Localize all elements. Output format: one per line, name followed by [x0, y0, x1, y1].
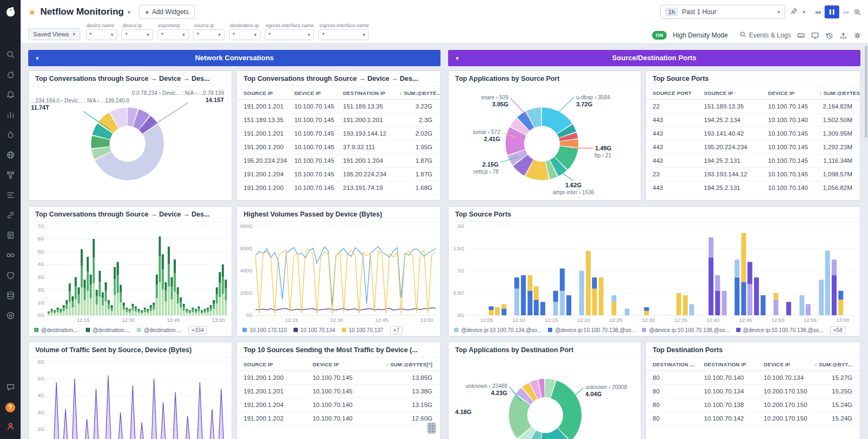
sidebar-item-databases[interactable]: [4, 290, 17, 303]
column-header[interactable]: SOURCE IP: [237, 86, 288, 100]
widget-traffic-by-source[interactable]: Volume of Traffic Sent by Source, Device…: [28, 342, 232, 439]
table-row[interactable]: 191.200.1.20110.100.70.145193.193.144.12…: [237, 127, 440, 141]
legend-item[interactable]: @device.ip:10.100.70.138,@so...: [736, 327, 824, 333]
sidebar-item-account[interactable]: [4, 421, 17, 434]
table-row[interactable]: 443194.25.2.13110.100.70.1401,056.82M: [646, 181, 860, 195]
column-header[interactable]: SOURCE IP: [698, 86, 762, 100]
table-row[interactable]: 191.200.1.20010.100.70.14537.9.32.1111.9…: [237, 141, 440, 154]
column-header[interactable]: ↓ SUM:@BYT...: [813, 358, 860, 371]
table-row[interactable]: 8010.100.70.14010.100.70.13415.27G: [646, 371, 860, 385]
legend-item[interactable]: @destination....: [86, 327, 131, 333]
section-header-network-conversations[interactable]: ▾ Network Conversations: [28, 50, 441, 66]
pause-button[interactable]: [825, 5, 839, 18]
table-row[interactable]: 191.200.1.20410.100.70.145195.20.224.234…: [237, 168, 440, 181]
zoom-in-icon[interactable]: [853, 8, 861, 16]
filter-value-dropdown[interactable]: * ▾: [122, 29, 153, 40]
destination-port-donut-chart[interactable]: unknown › 234884.23Gunknown › 200084.04G…: [449, 358, 641, 439]
widget-highest-volumes[interactable]: Highest Volumes Passed by Device (Bytes)…: [237, 206, 441, 336]
title-dropdown-caret[interactable]: ▾: [127, 9, 130, 15]
sidebar-item-ci-cd[interactable]: [4, 250, 17, 263]
table-row[interactable]: 443193.141.40.4210.100.70.1451,309.95M: [646, 127, 860, 141]
column-header[interactable]: DESTINATION ...: [646, 358, 698, 371]
sidebar-item-service-map[interactable]: [4, 209, 17, 222]
filter-value-dropdown[interactable]: * ▾: [318, 29, 369, 40]
filter-value-dropdown[interactable]: * ▾: [157, 29, 189, 40]
legend-item[interactable]: 10.100.70.134: [293, 327, 335, 333]
legend-item[interactable]: @device.ip:10.100.70.138,@so...: [548, 327, 635, 333]
table-row[interactable]: 443194.25.2.13110.100.70.1451,116.34M: [646, 154, 860, 168]
table-row[interactable]: 191.200.1.20010.100.70.145213.191.74.191…: [237, 181, 440, 195]
sidebar-item-pipelines[interactable]: [4, 189, 17, 202]
time-range-picker[interactable]: 1h Past 1 Hour ▾: [660, 5, 785, 19]
collapse-chevron-icon[interactable]: ▾: [456, 50, 459, 66]
keyboard-icon[interactable]: [797, 31, 805, 40]
history-icon[interactable]: [825, 31, 833, 40]
high-density-toggle[interactable]: ON: [652, 31, 667, 40]
legend-overflow-badge[interactable]: +334: [188, 326, 207, 334]
column-header[interactable]: DEVICE IP: [762, 86, 819, 100]
column-header[interactable]: SOURCE PORT: [646, 86, 698, 100]
table-row[interactable]: 23193.193.144.1210.100.70.1451,098.57M: [646, 168, 860, 181]
table-row[interactable]: 8010.100.70.14210.200.170.15015.24G: [646, 412, 860, 425]
table-row[interactable]: 443194.25.2.13410.100.70.1401,502.50M: [646, 113, 860, 127]
table-row[interactable]: 191.200.1.20010.100.70.14513.85G: [237, 371, 440, 385]
sidebar-item-watchdog[interactable]: [4, 69, 17, 82]
legend-item[interactable]: @device.ip:10.100.70.138,@so...: [642, 327, 729, 333]
legend-overflow-badge[interactable]: +7: [390, 326, 403, 334]
forward-button[interactable]: ▶▶: [844, 10, 849, 15]
sidebar-item-network-map[interactable]: [4, 169, 17, 182]
section-header-source-destination-ports[interactable]: ▾ Source/Destination Ports: [448, 50, 860, 66]
vertical-scrollbar[interactable]: [865, 46, 867, 138]
sidebar-item-apm[interactable]: [4, 129, 17, 142]
settings-icon[interactable]: [853, 31, 861, 40]
source-ports-stacked-bar-chart[interactable]: 0G0.5G1G1.5G2G12:0512:1012:1512:2012:251…: [449, 222, 860, 324]
column-header[interactable]: DESTINATION IP: [336, 86, 399, 100]
conversations-donut-chart[interactable]: 0.0.78.234 › Devic... : N/A › ...0.78.13…: [29, 86, 232, 200]
sidebar-item-security[interactable]: [4, 270, 17, 283]
column-header[interactable]: DEVICE IP: [757, 358, 813, 371]
sidebar-item-search[interactable]: [4, 49, 17, 62]
sidebar-item-synthetics[interactable]: [4, 149, 17, 162]
table-row[interactable]: 443195.20.224.23410.100.70.1451,292.23M: [646, 141, 860, 154]
share-icon[interactable]: [839, 31, 847, 40]
column-header[interactable]: DEVICE IP: [306, 358, 379, 371]
pin-dropdown-caret[interactable]: ▾: [803, 9, 806, 15]
sidebar-item-settings[interactable]: [4, 310, 17, 323]
dashboard-title[interactable]: Netflow Monitoring: [40, 7, 124, 17]
sidebar-item-help[interactable]: ?: [4, 401, 17, 414]
traffic-area-chart[interactable]: 0G1G2G3G4G5G6G12:1512:3012:4513:00: [29, 358, 232, 439]
filter-value-dropdown[interactable]: * ▾: [229, 29, 260, 40]
column-header[interactable]: DESTINATION IP: [698, 358, 757, 371]
widget-top-source-ports-table[interactable]: Top Source Ports SOURCE PORTSOURCE IPDEV…: [646, 71, 860, 201]
widget-apps-by-source-port[interactable]: Top Applications by Source Port snare › …: [448, 71, 641, 201]
column-header[interactable]: ↓ SUM:@BYTE...: [399, 86, 440, 100]
tv-mode-icon[interactable]: [811, 31, 819, 40]
rewind-button[interactable]: ◀◀: [814, 10, 820, 15]
widget-resize-handle[interactable]: [427, 423, 436, 434]
table-row[interactable]: 151.189.13.3510.100.70.145191.200.1.2012…: [237, 113, 440, 127]
table-row[interactable]: 195.20.224.23410.100.70.145191.200.1.204…: [237, 154, 440, 168]
table-row[interactable]: 22151.189.13.3510.100.70.1452,164.82M: [646, 100, 860, 113]
saved-views-dropdown[interactable]: Saved Views ▾: [28, 28, 80, 40]
legend-item[interactable]: @destination....: [137, 327, 182, 333]
collapse-chevron-icon[interactable]: ▾: [36, 50, 39, 66]
filter-value-dropdown[interactable]: * ▾: [193, 29, 225, 40]
volumes-line-chart[interactable]: 0G200G400G600G800G12:1512:3012:4513:00: [237, 222, 440, 324]
table-row[interactable]: 191.200.1.20210.100.70.14012.60G: [237, 412, 440, 425]
widget-top-source-ports-chart[interactable]: Top Source Ports 0G0.5G1G1.5G2G12:0512:1…: [448, 206, 860, 336]
table-row[interactable]: 191.200.1.20110.100.70.145151.189.13.353…: [237, 100, 440, 113]
legend-item[interactable]: 10.100.70.137: [342, 327, 384, 333]
table-row[interactable]: 191.200.1.20110.100.70.14513.38G: [237, 385, 440, 398]
column-header[interactable]: DEVICE IP: [288, 86, 337, 100]
widget-apps-by-destination-port[interactable]: Top Applications by Destination Port unk…: [448, 342, 641, 439]
favorite-star-icon[interactable]: ★: [28, 7, 36, 17]
legend-item[interactable]: @destination....: [34, 327, 79, 333]
sidebar-item-support-chat[interactable]: [4, 381, 17, 395]
add-widgets-button[interactable]: + Add Widgets: [139, 5, 195, 19]
column-header[interactable]: SOURCE IP: [237, 358, 306, 371]
sidebar-item-logs[interactable]: [4, 230, 17, 243]
table-row[interactable]: 191.200.1.20410.100.70.14013.15G: [237, 398, 440, 412]
datadog-logo[interactable]: [0, 0, 21, 23]
conversations-bar-chart[interactable]: 0G1G2G3G4G5G6G7G12:1512:3012:4513:00: [29, 222, 232, 324]
source-port-donut-chart[interactable]: snare › 5093.05Gu-dbap › 35843.72Gsonar …: [449, 86, 641, 200]
